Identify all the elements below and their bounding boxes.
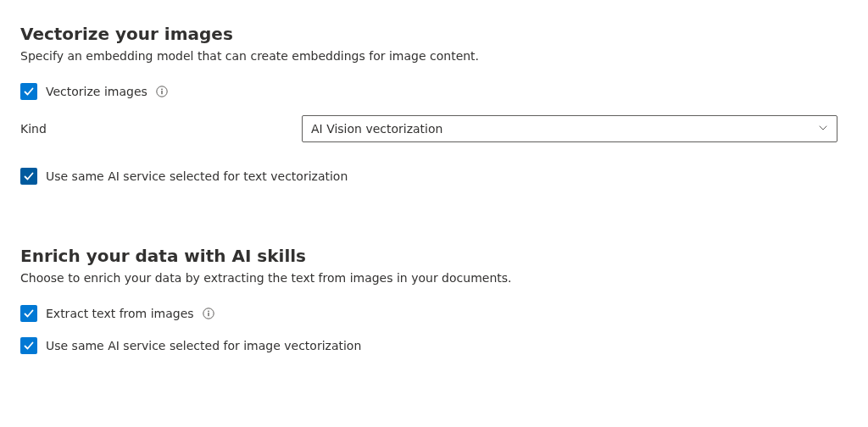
kind-row: Kind AI Vision vectorization — [20, 115, 848, 142]
use-same-image-checkbox[interactable] — [20, 337, 37, 354]
vectorize-section: Vectorize your images Specify an embeddi… — [20, 24, 848, 185]
use-same-text-label: Use same AI service selected for text ve… — [46, 169, 348, 183]
extract-text-label: Extract text from images — [46, 307, 194, 320]
info-icon[interactable] — [203, 308, 214, 319]
extract-text-checkbox[interactable] — [20, 305, 37, 322]
chevron-down-icon — [818, 122, 828, 136]
vectorize-images-row: Vectorize images — [20, 83, 848, 100]
vectorize-images-checkbox[interactable] — [20, 83, 37, 100]
check-icon — [23, 340, 35, 352]
use-same-image-label: Use same AI service selected for image v… — [46, 339, 361, 352]
extract-text-row: Extract text from images — [20, 305, 848, 322]
check-icon — [23, 86, 35, 97]
check-icon — [23, 308, 35, 319]
kind-select-value: AI Vision vectorization — [311, 122, 442, 136]
kind-label: Kind — [20, 122, 302, 136]
svg-rect-2 — [161, 91, 162, 94]
check-icon — [23, 170, 35, 182]
use-same-image-row: Use same AI service selected for image v… — [20, 337, 848, 354]
enrich-subtitle: Choose to enrich your data by extracting… — [20, 271, 848, 285]
enrich-section: Enrich your data with AI skills Choose t… — [20, 246, 848, 354]
svg-point-1 — [161, 88, 163, 90]
vectorize-heading: Vectorize your images — [20, 24, 848, 44]
info-icon[interactable] — [156, 86, 168, 97]
enrich-heading: Enrich your data with AI skills — [20, 246, 848, 266]
vectorize-images-label: Vectorize images — [46, 85, 147, 98]
use-same-text-checkbox[interactable] — [20, 168, 37, 185]
kind-select[interactable]: AI Vision vectorization — [302, 115, 837, 142]
svg-point-4 — [208, 310, 209, 312]
vectorize-subtitle: Specify an embedding model that can crea… — [20, 49, 848, 63]
use-same-text-row: Use same AI service selected for text ve… — [20, 168, 848, 185]
svg-rect-5 — [208, 313, 209, 316]
